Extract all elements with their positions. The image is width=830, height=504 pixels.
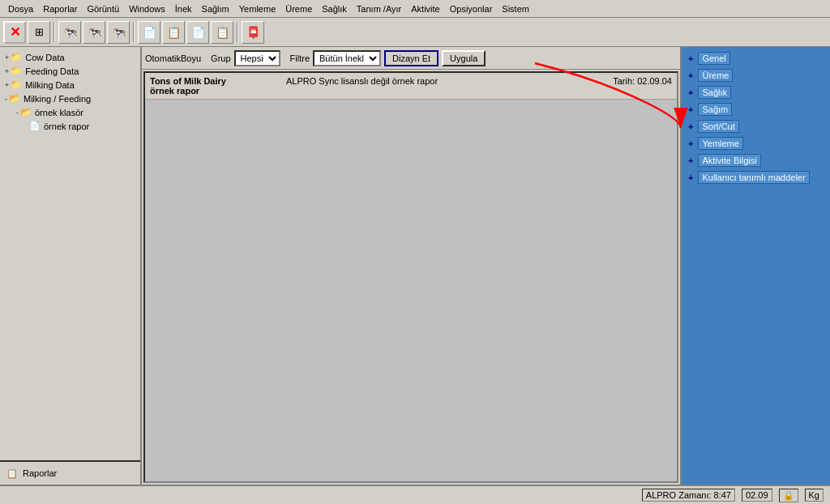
sidebar-label-sagim[interactable]: Sağım [698, 103, 732, 116]
menu-dosya[interactable]: Dosya [3, 2, 38, 15]
expand-icon-cow: + [5, 53, 9, 62]
sidebar-label-ureme[interactable]: Üreme [698, 69, 733, 82]
report-item-0[interactable]: Tons of Milk Dairyörnek rapor ALPRO Sync… [145, 73, 677, 100]
report-date-0: Tarih: 02.09.04 [613, 76, 672, 86]
menu-saglik[interactable]: Sağlık [317, 2, 352, 15]
menu-saglim[interactable]: Sağlım [197, 2, 234, 15]
tree-label-ornek-rapor: örnek rapor [44, 122, 89, 131]
plus-icon-ureme: + [688, 70, 693, 80]
menu-aktivite[interactable]: Aktivite [406, 2, 444, 15]
menu-windows[interactable]: Windows [124, 2, 170, 15]
expand-icon-milkfeed: - [5, 95, 7, 103]
sidebar-item-ureme[interactable]: + Üreme [685, 67, 827, 83]
folder-icon-milkfeed: 📂 [9, 93, 20, 104]
toolbar-close-btn[interactable]: ✕ [3, 21, 26, 44]
file-icon-ornek-rapor: 📄 [29, 121, 41, 131]
plus-icon-genel: + [688, 53, 693, 63]
statusbar: ALPRO Zamanı: 8:47 02.09 🔒 Kg [0, 485, 830, 504]
report-desc-0: ALPRO Sync lisanslı değil örnek rapor [286, 76, 606, 86]
tree-item-ornek-klasor[interactable]: - 📂 örnek klasör [3, 105, 137, 119]
tree-item-milking-feeding[interactable]: - 📂 Milking / Feeding [3, 92, 137, 105]
report-list: Tons of Milk Dairyörnek rapor ALPRO Sync… [143, 71, 678, 483]
toolbar-doc4-btn[interactable]: 📋 [211, 21, 233, 44]
grup-select[interactable]: Hepsi [234, 50, 280, 66]
unit-label: Kg [805, 489, 824, 502]
folder-icon-milking: 📁 [11, 79, 22, 90]
folder-icon-cow: 📁 [11, 52, 22, 62]
menu-ureme[interactable]: Üreme [280, 2, 317, 15]
sidebar: + 📁 Cow Data + 📁 Feeding Data + 📁 Milkin… [0, 47, 142, 485]
sidebar-label-genel[interactable]: Genel [698, 52, 729, 65]
sidebar-footer-icon: 📋 [6, 468, 18, 479]
toolbar-doc1-btn[interactable]: 📄 [138, 21, 160, 44]
plus-icon-kullanici: + [688, 173, 693, 182]
sidebar-label-sortcut[interactable]: Sort/Cut [698, 120, 738, 133]
tree-item-feeding-data[interactable]: + 📁 Feeding Data [3, 64, 137, 78]
main-container: + 📁 Cow Data + 📁 Feeding Data + 📁 Milkin… [0, 47, 830, 485]
toolbar-cow1-btn[interactable]: 🐄 [58, 21, 81, 44]
sidebar-item-saglik[interactable]: + Sağlık [685, 84, 827, 100]
menu-tanim[interactable]: Tanım /Ayır [352, 2, 406, 15]
menubar: Dosya Raporlar Görüntü Windows İnek Sağl… [0, 0, 830, 18]
sidebar-item-aktivite[interactable]: + Aktivite Bilgisi [685, 152, 827, 169]
tree-item-ornek-rapor[interactable]: 📄 örnek rapor [3, 119, 137, 133]
filtre-label: Filtre [290, 53, 310, 63]
menu-sistem[interactable]: Sistem [497, 2, 534, 15]
plus-icon-sortcut: + [688, 122, 693, 131]
tree: + 📁 Cow Data + 📁 Feeding Data + 📁 Milkin… [0, 47, 140, 460]
plus-icon-saglik: + [688, 88, 693, 97]
sidebar-item-sagim[interactable]: + Sağım [685, 101, 827, 117]
sidebar-label-saglik[interactable]: Sağlık [698, 86, 731, 99]
toolbar-sep1 [53, 23, 55, 42]
tree-item-milking-data[interactable]: + 📁 Milking Data [3, 78, 137, 92]
right-sidebar: + Genel + Üreme + Sağlık + Sağım + Sort/… [680, 47, 830, 485]
alpro-time: ALPRO Zamanı: 8:47 [642, 489, 735, 502]
sidebar-footer: 📋 Raporlar [0, 460, 140, 485]
sidebar-item-genel[interactable]: + Genel [685, 50, 827, 66]
toolbar-doc3-btn[interactable]: 📄 [186, 21, 209, 44]
filter-bar: OtomatikBoyu Grup Hepsi Filtre Bütün İne… [142, 47, 680, 70]
menu-yemleme[interactable]: Yemleme [234, 2, 280, 15]
sidebar-footer-label: Raporlar [23, 468, 57, 478]
folder-icon-ornek-klasor: 📂 [20, 107, 32, 117]
menu-raporlar[interactable]: Raporlar [38, 2, 82, 15]
plus-icon-sagim: + [688, 105, 693, 114]
status-date: 02.09 [742, 489, 772, 502]
tree-label-ornek-klasor: örnek klasör [35, 108, 83, 117]
otomatik-label: OtomatikBoyu [145, 53, 201, 63]
tree-label-feeding: Feeding Data [25, 66, 79, 76]
menu-gorunty[interactable]: Görüntü [82, 2, 124, 15]
expand-icon-ornek-klasor: - [16, 109, 19, 117]
plus-icon-aktivite: + [688, 156, 693, 165]
sidebar-label-kullanici[interactable]: Kullanıcı tanımlı maddeler [698, 171, 809, 184]
filtre-select[interactable]: Bütün İnekl [313, 50, 381, 66]
toolbar: ✕ ⊞ 🐄 🐄 🐄 📄 📋 📄 📋 📮 [0, 18, 830, 47]
expand-icon-feeding: + [5, 67, 9, 75]
sidebar-item-sortcut[interactable]: + Sort/Cut [685, 118, 827, 135]
sidebar-label-aktivite[interactable]: Aktivite Bilgisi [698, 154, 760, 167]
toolbar-doc2-btn[interactable]: 📋 [162, 21, 185, 44]
toolbar-cow2-btn[interactable]: 🐄 [83, 21, 105, 44]
toolbar-sep2 [133, 23, 135, 42]
uygula-button[interactable]: Uygula [442, 50, 486, 66]
dizayn-et-button[interactable]: Dizayn Et [384, 50, 439, 66]
toolbar-grid-btn[interactable]: ⊞ [28, 21, 50, 44]
sidebar-label-yemleme[interactable]: Yemleme [698, 137, 742, 150]
tree-label-cow: Cow Data [25, 53, 64, 62]
folder-icon-feeding: 📁 [11, 66, 22, 76]
sidebar-item-yemleme[interactable]: + Yemleme [685, 135, 827, 152]
content-area: OtomatikBoyu Grup Hepsi Filtre Bütün İne… [142, 47, 680, 485]
lock-icon: 🔒 [779, 489, 798, 502]
expand-icon-milking: + [5, 81, 9, 89]
menu-opsiyonlar[interactable]: Opsiyonlar [445, 2, 498, 15]
plus-icon-yemleme: + [688, 139, 693, 148]
menu-inek[interactable]: İnek [170, 2, 197, 15]
toolbar-sep3 [237, 23, 238, 42]
toolbar-mail-btn[interactable]: 📮 [242, 21, 264, 44]
right-panel: OtomatikBoyu Grup Hepsi Filtre Bütün İne… [142, 47, 830, 485]
toolbar-cow3-btn[interactable]: 🐄 [107, 21, 130, 44]
tree-item-cow-data[interactable]: + 📁 Cow Data [3, 50, 137, 64]
grup-label: Grup [211, 53, 230, 63]
sidebar-item-kullanici[interactable]: + Kullanıcı tanımlı maddeler [685, 169, 827, 186]
report-name-0: Tons of Milk Dairyörnek rapor [150, 76, 280, 96]
